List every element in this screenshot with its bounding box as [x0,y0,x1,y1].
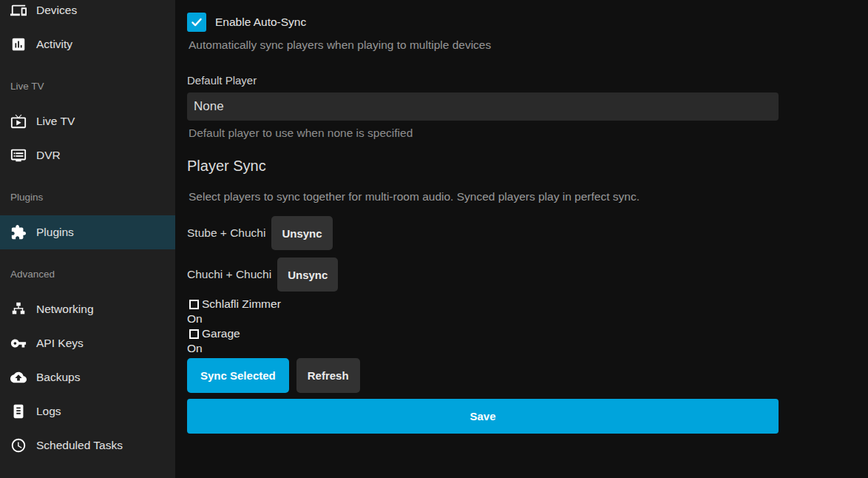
sidebar-item-plugins[interactable]: Plugins [0,215,175,249]
plugins-icon [10,224,27,240]
networking-icon [10,301,27,317]
scheduled-tasks-icon [10,437,27,454]
default-player-help: Default player to use when none is speci… [189,127,779,140]
player-list: Schlafli Zimmer On Garage On [187,297,779,356]
sidebar: Devices Activity Live TV Live TV DVR [0,0,175,478]
player-sync-description: Select players to sync together for mult… [189,190,779,203]
main-content: Enable Auto-Sync Automatically sync play… [175,0,868,478]
player-status: On [187,341,779,356]
sync-group-label: Chuchi + Chuchi [187,268,271,281]
sidebar-item-label: Scheduled Tasks [36,439,123,452]
player-status: On [187,312,779,326]
sidebar-item-label: Logs [36,405,61,418]
sidebar-item-activity[interactable]: Activity [0,27,175,61]
refresh-button[interactable]: Refresh [296,358,360,393]
sidebar-item-label: Activity [36,38,72,51]
unsync-button[interactable]: Unsync [271,216,332,250]
sidebar-item-dvr[interactable]: DVR [0,138,175,172]
save-button[interactable]: Save [187,399,779,434]
sync-selected-button[interactable]: Sync Selected [187,358,289,393]
player-label: Schlafli Zimmer [202,297,281,311]
sidebar-item-logs[interactable]: Logs [0,394,175,428]
default-player-value: None [194,99,224,114]
dvr-icon [10,147,27,164]
sidebar-section-advanced: Advanced [0,263,175,285]
unsync-button[interactable]: Unsync [277,257,338,292]
auto-sync-description: Automatically sync players when playing … [189,38,779,52]
player-checkbox[interactable] [189,300,199,309]
player-row: Schlafli Zimmer [187,297,779,312]
sidebar-item-live-tv[interactable]: Live TV [0,104,175,138]
auto-sync-checkbox[interactable] [187,13,206,32]
default-player-label: Default Player [187,74,779,87]
sync-group-label: Stube + Chuchi [187,226,265,240]
key-icon [10,335,27,351]
sidebar-item-label: Backups [36,371,80,384]
live-tv-icon [10,113,27,129]
sync-actions: Sync Selected Refresh [187,358,779,393]
player-row: Garage [187,326,779,341]
backups-icon [10,369,27,386]
sidebar-item-label: Live TV [36,115,75,128]
checkmark-icon [190,16,203,29]
sidebar-item-label: DVR [36,149,61,162]
sidebar-section-plugins: Plugins [0,186,175,208]
activity-icon [10,36,27,53]
player-checkbox[interactable] [189,329,199,339]
sidebar-item-devices[interactable]: Devices [0,0,175,27]
sidebar-item-networking[interactable]: Networking [0,292,175,326]
sync-group-row: Stube + Chuchi Unsync [187,216,779,250]
sidebar-item-api-keys[interactable]: API Keys [0,326,175,360]
player-label: Garage [202,327,240,340]
player-sync-title: Player Sync [187,158,779,175]
sidebar-section-live-tv: Live TV [0,75,175,97]
sidebar-item-label: Devices [36,4,77,17]
sidebar-item-backups[interactable]: Backups [0,360,175,394]
default-player-select[interactable]: None [187,92,779,121]
logs-icon [10,403,27,420]
app-window: Devices Activity Live TV Live TV DVR [0,0,868,478]
sidebar-item-scheduled-tasks[interactable]: Scheduled Tasks [0,428,175,462]
sidebar-item-label: Networking [36,303,94,316]
devices-icon [10,2,27,18]
sync-group-row: Chuchi + Chuchi Unsync [187,257,779,292]
auto-sync-label: Enable Auto-Sync [215,16,306,29]
auto-sync-row: Enable Auto-Sync [187,13,779,32]
sidebar-item-label: API Keys [36,337,84,350]
sidebar-nav: Devices Activity Live TV Live TV DVR [0,0,175,462]
sidebar-item-label: Plugins [36,226,74,239]
